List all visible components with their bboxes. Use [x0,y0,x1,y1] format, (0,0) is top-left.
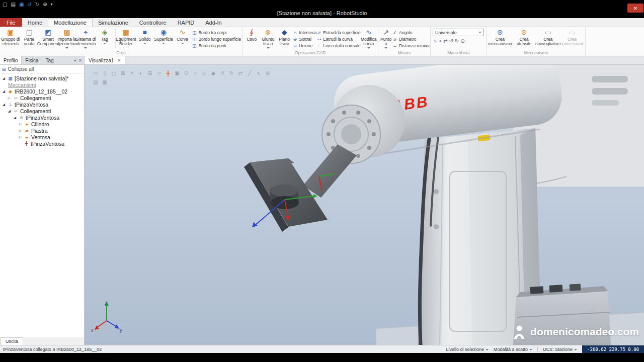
reference-frame-button[interactable]: ⌖ Sistema di riferimento [76,28,95,49]
view-settings-icon[interactable]: ▦ [101,78,109,86]
tree-item-cilindro[interactable]: ▷ ▰ Cilindro [0,121,84,127]
select-group-icon[interactable]: ⊞ [146,69,154,77]
tree-item-station[interactable]: ◢ ▦ [Stazione non salvata]* [0,75,84,81]
tree-item-tpinzaventosa-frame[interactable]: ╋ tPinzaVentosa [0,140,84,147]
tab-rapid[interactable]: RAPID [172,18,200,27]
snap-object-icon[interactable]: ▣ [173,69,181,77]
physical-joint-button[interactable]: ⊗ Giunto fisico [260,28,276,49]
new-station-icon[interactable]: ▢ [3,2,7,8]
select-curve-icon[interactable]: ◻ [110,69,118,77]
tab-controllore[interactable]: Controllore [134,18,172,27]
3d-viewport[interactable]: ▭ ▯ ◻ ⊠ ⌖ ◐ ⊞ ▱ ╋ ▣ ⊙ ○ ◇ ◆ ↺ ↻ ⇄ [85,65,644,345]
union-button[interactable]: ∪ Unione [292,43,316,48]
rotate-view-icon[interactable]: ↺ [218,69,226,77]
extrude-curve-button[interactable]: ↝ Estrudi la curva [316,36,360,42]
view-grid-icon[interactable]: ▤ [92,78,100,86]
cable-button[interactable]: ∮ Cavo [244,28,260,49]
expander-icon[interactable]: ◢ [2,103,6,107]
diameter-button[interactable]: ⌀ Diametro [392,36,431,42]
open-icon[interactable]: ▭ [92,69,100,77]
expander-icon[interactable]: ▷ [7,96,12,100]
selection-level-dropdown[interactable]: Livello di selezione [446,347,489,352]
snap-center-icon[interactable]: ⊙ [182,69,190,77]
component-group-button[interactable]: ▣ Gruppo di elementi [1,28,20,49]
jog-linear-icon[interactable]: ↺ [449,38,453,44]
measure-curve-icon[interactable]: ∿ [255,69,263,77]
tree-item-piastra[interactable]: ▷ ▰ Piastra [0,127,84,134]
subtract-button[interactable]: ⊖ Sottrai [292,36,316,42]
expander-icon[interactable]: ◢ [7,109,12,113]
equipment-builder-button[interactable]: ▦ Equipment Builder [117,28,135,49]
expander-icon[interactable]: ◢ [2,76,6,80]
expander-icon[interactable]: ▷ [18,129,23,133]
create-conveyor-button[interactable]: ▭ Crea convogliatore [536,28,560,49]
zoom-view-icon[interactable]: ╱ [246,69,254,77]
extrude-surface-button[interactable]: ⇗ Estrudi la superficie [316,30,360,35]
intersect-button[interactable]: ∩ Interseca [292,30,316,35]
multi-robot-jog-icon[interactable]: ⊙ [460,38,464,44]
select-mechanism-icon[interactable]: ▱ [155,69,163,77]
tab-tag[interactable]: Tag [42,56,57,64]
robot-3d-render[interactable]: ABB [85,65,644,345]
tab-file[interactable]: File [0,18,22,27]
open-station-icon[interactable]: ▤ [11,2,15,8]
surface-button[interactable]: ◉ Superficie [154,28,173,49]
jog-joint-icon[interactable]: ⇄ [443,38,447,44]
select-surface-icon[interactable]: ⊠ [119,69,127,77]
tree-item-tpinzaventosa-mechanism[interactable]: ◢ ⊥ tPinzaVentosa [0,101,84,108]
tab-modellazione[interactable]: Modellazione [48,18,93,27]
save-view-icon[interactable]: ▯ [101,69,109,77]
snap-mid-icon[interactable]: ○ [191,69,199,77]
select-body-icon[interactable]: ⌖ [128,69,136,77]
border-between-bodies-button[interactable]: ◫ Bordo tra corpi [192,30,241,35]
close-view-icon[interactable]: ✕ [117,58,121,63]
zoom-icon[interactable]: ⊕ [43,2,47,8]
tab-visualizza1[interactable]: Visualizza1 ✕ [85,56,125,64]
orbit-view-icon[interactable]: ↻ [227,69,235,77]
point-to-point-button[interactable]: ↗ Punto a punto [379,28,392,49]
tree-section-mechanisms[interactable]: Meccanismi [0,81,84,88]
snap-end-icon[interactable]: ◇ [200,69,208,77]
tab-home[interactable]: Home [22,18,48,27]
create-tool-button[interactable]: ⊛ Crea utensile [512,28,536,49]
jog-reorient-icon[interactable]: ↻ [455,38,459,44]
import-geometry-button[interactable]: ▤ Importa la geometria [57,28,76,49]
expander-icon[interactable]: ▷ [18,135,23,139]
solid-button[interactable]: ■ Solido [135,28,154,49]
ucs-dropdown[interactable]: UCS: Stazione [543,347,577,352]
curve-button[interactable]: ∿ Curva [173,28,192,49]
panel-close-icon[interactable]: ✕ [78,58,82,63]
angle-button[interactable]: ∠ Angolo [392,30,431,35]
tree-item-tpinzaventosa-link[interactable]: ◢ ⊛ tPinzaVentosa [0,114,84,121]
select-part-icon[interactable]: ◐ [137,69,145,77]
tag-button[interactable]: ◈ Tag [95,28,114,49]
close-button[interactable]: ✕ [627,4,643,13]
tree-item-links-robot[interactable]: ▷ ∞ Collegamenti [0,95,84,101]
rotate-icon[interactable]: ⌖ [439,38,442,44]
tab-profilo[interactable]: Profilo [0,56,22,64]
tree-item-irb2600[interactable]: ◢ ◆ IRB2600_12_185__02 [0,88,84,95]
tree-item-ventosa[interactable]: ▷ ▰ Ventosa [0,134,84,140]
move-icon[interactable]: ⇖ [433,38,437,44]
smart-component-button[interactable]: ◩ Smart Component [39,28,57,49]
tab-simulazione[interactable]: Simulazione [93,18,134,27]
modify-curve-button[interactable]: ∿ Modifica curva [361,28,377,49]
physical-floor-button[interactable]: ◆ Piano fisico [276,28,292,49]
line-from-normal-button[interactable]: ∟ Linea dalla normale [316,43,360,48]
expander-icon[interactable]: ◢ [13,116,17,120]
undo-icon[interactable]: ↺ [27,2,31,8]
tab-addin[interactable]: Add-In [200,18,227,27]
snap-edge-icon[interactable]: ◆ [209,69,217,77]
border-from-points-button[interactable]: ◫ Bordo da punti [192,43,241,48]
panel-menu-caret-icon[interactable]: ▾ [74,58,76,63]
tab-fisica[interactable]: Fisica [22,56,42,64]
freehand-reference-select[interactable]: Universale [433,29,484,36]
active-selection-mode-icon[interactable]: ╋ [164,69,172,77]
minimum-distance-button[interactable]: ↔ Distanza minima [392,43,431,48]
pan-view-icon[interactable]: ⇄ [236,69,245,77]
empty-part-button[interactable]: ▢ Parte vuota [20,28,38,49]
expander-icon[interactable]: ◢ [2,89,6,94]
output-tab[interactable]: Uscita [1,337,23,345]
snap-mode-dropdown[interactable]: Modalità a scatto [494,347,532,352]
expander-icon[interactable]: ▷ [18,122,23,126]
